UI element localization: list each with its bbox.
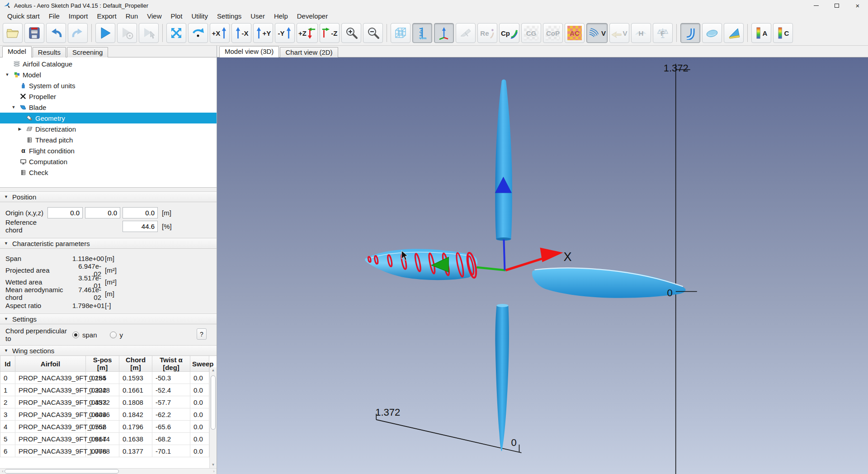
menu-file[interactable]: File [44,11,64,21]
tree-item-airfoil-catalogue[interactable]: Airfoil Catalogue [0,58,217,69]
open-file-button[interactable] [3,23,23,43]
tab-screening[interactable]: Screening [67,47,108,57]
minimize-button[interactable] [806,0,826,11]
table-cell[interactable]: 0.3048 [86,384,119,396]
axes-overlay-button[interactable] [434,23,454,43]
tab-chart-view-2d[interactable]: Chart view (2D) [280,47,338,57]
horizontal-scroll-thumb[interactable] [5,469,119,474]
vertical-scroll-thumb[interactable] [211,375,216,430]
table-cell[interactable]: -57.7 [152,396,190,408]
force-balance-button[interactable]: F [653,23,673,43]
table-cell[interactable]: 0.1377 [119,445,152,457]
cp-display-button[interactable]: Cp [499,23,519,43]
cop-display-button[interactable]: CoP [543,23,563,43]
tree-item-discretization[interactable]: ▶Discretization [0,123,217,134]
table-cell[interactable]: 0.4572 [86,396,119,408]
view-plus-z-button[interactable]: +Z [297,23,318,43]
table-cell[interactable]: -68.2 [152,433,190,445]
menu-quick-start[interactable]: Quick start [3,11,44,21]
table-cell[interactable]: PROP_NACA339_9FT_0333 [15,396,86,408]
tree-item-flight-condition[interactable]: αFlight condition [0,145,217,156]
menu-user[interactable]: User [246,11,269,21]
ac-display-button[interactable]: AC [565,23,585,43]
save-button[interactable] [24,23,44,43]
sail-overlay-button[interactable] [724,23,744,43]
table-cell[interactable]: 0.6096 [86,408,119,421]
3d-viewport[interactable]: 1.372 1.372 0 [217,57,868,474]
expander-open-icon[interactable]: ▼ [4,72,11,77]
table-cell[interactable]: 0 [0,372,15,384]
table-cell[interactable]: 0.0 [190,408,209,421]
menu-settings[interactable]: Settings [212,11,246,21]
disc-overlay-button[interactable] [702,23,722,43]
table-cell[interactable]: 0.9144 [86,433,119,445]
position-section-header[interactable]: ▼ Position [0,191,217,202]
expander-closed-icon[interactable]: ▶ [16,127,24,131]
table-cell[interactable]: -62.2 [152,408,190,421]
column-header-5[interactable]: Sweep [190,356,209,372]
column-header-4[interactable]: Twist α [deg] [152,356,190,372]
table-cell[interactable]: 0.762 [86,421,119,433]
menu-run[interactable]: Run [121,11,143,21]
scroll-right-icon[interactable]: › [211,469,217,474]
table-cell[interactable]: PROP_NACA339_9FT_0444 [15,408,86,421]
wing-sections-header[interactable]: ▼ Wing sections [0,345,217,356]
undo-button[interactable] [46,23,66,43]
table-cell[interactable]: 0.1796 [119,421,152,433]
column-header-0[interactable]: Id [0,356,15,372]
menu-view[interactable]: View [142,11,166,21]
column-header-1[interactable]: Airfoil [15,356,86,372]
rotate-view-button[interactable] [188,23,208,43]
velocity-vector-button[interactable]: V [609,23,629,43]
view-plus-y-button[interactable]: +Y [253,23,273,43]
menu-utility[interactable]: Utility [187,11,212,21]
table-cell[interactable]: 0.1808 [119,396,152,408]
table-cell[interactable]: 0.1638 [119,433,152,445]
table-cell[interactable]: 2 [0,396,15,408]
menu-help[interactable]: Help [269,11,292,21]
tree-item-blade[interactable]: ▼Blade [0,102,217,113]
colorbar-alpha-button[interactable]: A [751,23,771,43]
h-display-button[interactable]: H [631,23,651,43]
radio-y[interactable] [110,332,117,338]
table-cell[interactable]: 0.1661 [119,384,152,396]
tree-item-propeller[interactable]: Propeller [0,91,217,102]
wireframe-view-button[interactable] [391,23,410,43]
table-cell[interactable]: 0.0 [190,445,209,457]
view-minus-z-button[interactable]: -Z [320,23,340,43]
table-cell[interactable]: 0.0 [190,384,209,396]
table-cell[interactable]: 3 [0,408,15,421]
colorbar-c-button[interactable]: C [773,23,793,43]
maximize-button[interactable] [826,0,847,11]
table-vertical-scrollbar[interactable]: ▲ ▼ [209,367,217,468]
run-to-target-button[interactable] [117,23,137,43]
tab-model[interactable]: Model [2,46,32,57]
table-cell[interactable]: 0.0 [190,396,209,408]
velocity-field-button[interactable]: V [586,23,608,43]
table-cell[interactable]: -65.6 [152,421,190,433]
tab-model-view-3d[interactable]: Model view (3D) [219,46,279,57]
menu-developer[interactable]: Developer [292,11,332,21]
table-cell[interactable]: PROP_NACA339_9FT_0222 [15,384,86,396]
table-cell[interactable]: 0.0 [190,433,209,445]
wing-overlay-button[interactable] [456,23,476,43]
scroll-up-icon[interactable]: ▲ [210,367,217,374]
tree-item-model[interactable]: ▼Model [0,69,217,80]
table-cell[interactable]: 1.0668 [86,445,119,457]
table-cell[interactable]: 0.254 [86,372,119,384]
table-cell[interactable]: PROP_NACA339_9FT_0667 [15,433,86,445]
origin-y-input[interactable] [85,207,120,218]
table-horizontal-scrollbar[interactable]: ‹ › [0,468,217,474]
table-cell[interactable]: 0.0 [190,421,209,433]
table-cell[interactable]: PROP_NACA339_9FT_0185 [15,372,86,384]
zoom-in-button[interactable] [341,23,361,43]
table-cell[interactable]: -70.1 [152,445,190,457]
table-cell[interactable]: 6 [0,445,15,457]
tree-item-computation[interactable]: Computation [0,156,217,167]
column-header-3[interactable]: Chord [m] [119,356,152,372]
tree-item-system-of-units[interactable]: System of units [0,80,217,91]
view-minus-y-button[interactable]: -Y [275,23,295,43]
menu-export[interactable]: Export [92,11,121,21]
redo-button[interactable] [68,23,88,43]
table-cell[interactable]: -50.3 [152,372,190,384]
